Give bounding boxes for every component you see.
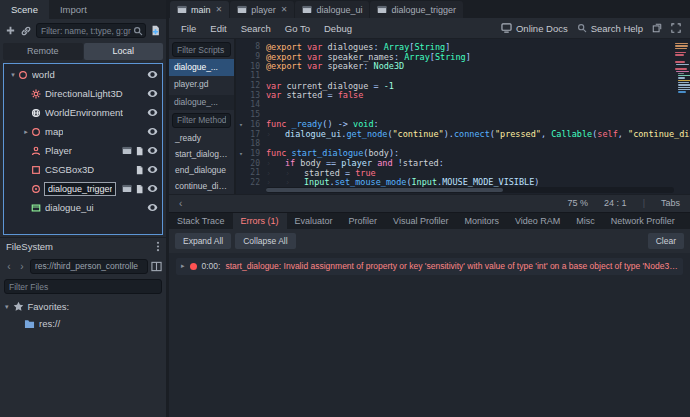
debugger-tab-stack-trace[interactable]: Stack Trace xyxy=(169,213,233,229)
scene-node-csgbox3d[interactable]: CSGBox3D xyxy=(4,160,162,179)
add-node-icon[interactable] xyxy=(5,25,16,36)
view-tab-local[interactable]: Local xyxy=(84,43,164,60)
distraction-free-icon[interactable] xyxy=(671,23,681,33)
debugger-tab-video-ram[interactable]: Video RAM xyxy=(507,213,568,229)
visibility-eye-icon[interactable] xyxy=(147,165,158,174)
minimap-line xyxy=(675,68,687,69)
folder-name: res:// xyxy=(39,318,60,329)
method-item-ready[interactable]: _ready xyxy=(169,130,234,146)
control-node-icon xyxy=(31,203,41,213)
fold-arrow-icon[interactable]: ▾ xyxy=(239,121,243,129)
scene-node-dialogue-ui[interactable]: dialogue_ui xyxy=(4,198,162,217)
script-item-player-gd[interactable]: player.gd xyxy=(169,76,234,93)
script-item-dialogue[interactable]: dialogue_... xyxy=(169,59,234,76)
filter-scripts-input[interactable] xyxy=(172,42,231,57)
scene-node-world[interactable]: ▾world xyxy=(4,65,162,84)
open-scene-icon[interactable] xyxy=(122,146,132,155)
scene-tree[interactable]: ▾worldDirectionalLight3DWorldEnvironment… xyxy=(3,63,163,235)
method-item-end-dialogue[interactable]: end_dialogue xyxy=(169,162,234,178)
float-script-editor-icon[interactable] xyxy=(652,23,662,33)
close-tab-icon[interactable]: ✕ xyxy=(281,5,288,14)
debugger-tab-profiler[interactable]: Profiler xyxy=(341,213,386,229)
online-docs-button[interactable]: Online Docs xyxy=(501,23,568,34)
debugger-tab-monitors[interactable]: Monitors xyxy=(456,213,507,229)
visibility-eye-icon[interactable] xyxy=(147,146,158,155)
filter-methods-input[interactable] xyxy=(172,113,231,128)
script-icon[interactable] xyxy=(135,165,144,175)
script-icon[interactable] xyxy=(135,184,144,194)
history-forward-icon[interactable]: › xyxy=(17,261,27,272)
menu-search[interactable]: Search xyxy=(234,23,278,34)
zoom-level[interactable]: 75 % xyxy=(568,198,589,208)
scene-node-worldenvironment[interactable]: WorldEnvironment xyxy=(4,103,162,122)
search-help-button[interactable]: Search Help xyxy=(577,23,643,34)
folder-row-res[interactable]: res:// xyxy=(0,315,166,332)
filesystem-path xyxy=(30,259,148,274)
dock-tab-scene[interactable]: Scene xyxy=(0,0,49,19)
clear-button[interactable]: Clear xyxy=(648,233,684,249)
scene-node-dialogue-trigger[interactable] xyxy=(4,179,162,198)
expand-error-icon[interactable]: ▸ xyxy=(181,262,185,270)
code-minimap[interactable] xyxy=(675,43,688,94)
menu-go-to[interactable]: Go To xyxy=(278,23,317,34)
scene-tab-main[interactable]: main✕ xyxy=(170,1,229,18)
fold-arrow-icon[interactable]: ▾ xyxy=(239,150,243,158)
visibility-eye-icon[interactable] xyxy=(147,108,158,117)
visibility-eye-icon[interactable] xyxy=(147,89,158,98)
menu-file[interactable]: File xyxy=(174,23,203,34)
debugger-tab-evaluator[interactable]: Evaluator xyxy=(287,213,341,229)
method-item-continue-dialogue[interactable]: continue_dialogue xyxy=(169,178,234,194)
visibility-eye-icon[interactable] xyxy=(147,70,158,79)
visibility-eye-icon[interactable] xyxy=(147,184,158,193)
split-mode-icon[interactable] xyxy=(151,261,162,272)
code-editor[interactable]: 8@export var dialogues: Array[String]9@e… xyxy=(236,39,690,187)
dock-tab-import[interactable]: Import xyxy=(49,0,98,19)
scene-tab-icon xyxy=(237,5,247,14)
minimap-line xyxy=(678,80,690,81)
expand-arrow-icon[interactable]: ▸ xyxy=(21,128,31,136)
instance-scene-icon[interactable] xyxy=(20,25,32,37)
filesystem-filter-input[interactable] xyxy=(4,279,162,294)
scene-tab-label: dialogue_trigger xyxy=(391,5,456,15)
filesystem-path-input[interactable] xyxy=(30,259,148,274)
tab-indent-mark: › xyxy=(266,177,285,186)
node-rename-input[interactable] xyxy=(44,182,116,196)
scene-node-directionallight3d[interactable]: DirectionalLight3D xyxy=(4,84,162,103)
debugger-tab-errors-1[interactable]: Errors (1) xyxy=(233,213,287,229)
collapse-arrow-icon[interactable]: ▾ xyxy=(8,71,18,79)
indent-mode[interactable]: Tabs xyxy=(661,198,680,208)
error-row[interactable]: ▸ 0:00: start_dialogue: Invalid assignme… xyxy=(176,258,683,275)
close-tab-icon[interactable]: ✕ xyxy=(216,5,223,14)
scene-toolbar xyxy=(0,19,166,42)
dock-menu-icon[interactable] xyxy=(156,241,160,252)
horizontal-scrollbar[interactable] xyxy=(266,187,674,193)
scene-filter-input[interactable] xyxy=(36,23,146,38)
menu-edit[interactable]: Edit xyxy=(203,23,233,34)
scene-node-player[interactable]: Player xyxy=(4,141,162,160)
errors-panel: ▸ 0:00: start_dialogue: Invalid assignme… xyxy=(169,253,690,417)
collapse-arrow-icon[interactable]: ▾ xyxy=(5,303,9,311)
scene-tab-dialogue-trigger[interactable]: dialogue_trigger xyxy=(370,1,463,18)
view-tab-remote[interactable]: Remote xyxy=(3,43,83,60)
toggle-scripts-panel-button[interactable]: ‹ xyxy=(179,198,182,209)
horizontal-scrollbar-thumb[interactable] xyxy=(266,188,503,192)
method-item-start-dialogue[interactable]: start_dialogue xyxy=(169,146,234,162)
debugger-tab-network-profiler[interactable]: Network Profiler xyxy=(603,213,683,229)
debugger-tab-visual-profiler[interactable]: Visual Profiler xyxy=(385,213,456,229)
history-back-icon[interactable]: ‹ xyxy=(4,261,14,272)
script-icon[interactable] xyxy=(135,146,144,156)
search-help-label: Search Help xyxy=(591,23,643,34)
scene-node-map[interactable]: ▸map xyxy=(4,122,162,141)
favorites-row[interactable]: ▾ Favorites: xyxy=(0,298,166,315)
menu-debug[interactable]: Debug xyxy=(317,23,359,34)
visibility-eye-icon[interactable] xyxy=(147,127,158,136)
scene-tab-player[interactable]: player✕ xyxy=(230,1,294,18)
open-scene-icon[interactable] xyxy=(122,184,132,193)
visibility-eye-icon[interactable] xyxy=(147,203,158,212)
scene-tab-dialogue-ui[interactable]: dialogue_ui xyxy=(295,1,369,18)
attach-script-icon[interactable] xyxy=(150,25,161,36)
debugger-tab-misc[interactable]: Misc xyxy=(568,213,603,229)
expand-all-button[interactable]: Expand All xyxy=(175,233,231,249)
line-number: 11 xyxy=(236,71,266,80)
collapse-all-button[interactable]: Collapse All xyxy=(235,233,295,249)
